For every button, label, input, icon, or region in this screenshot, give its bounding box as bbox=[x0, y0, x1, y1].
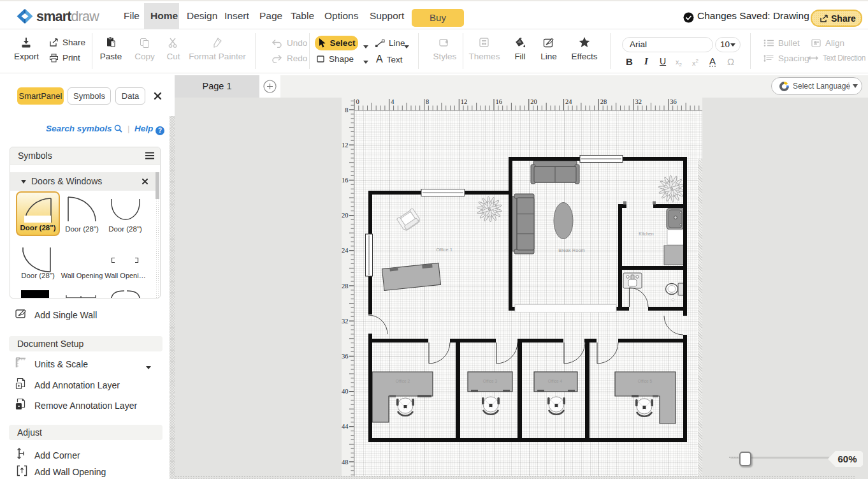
svg-text:32: 32 bbox=[342, 318, 349, 325]
svg-text:4: 4 bbox=[391, 98, 394, 105]
svg-text:0: 0 bbox=[356, 98, 359, 105]
svg-text:12: 12 bbox=[342, 142, 349, 149]
svg-text:36: 36 bbox=[670, 98, 677, 105]
svg-text:20: 20 bbox=[342, 212, 349, 219]
svg-text:Office 5: Office 5 bbox=[638, 379, 653, 383]
svg-text:Kitchen: Kitchen bbox=[639, 232, 653, 236]
svg-text:12: 12 bbox=[461, 98, 468, 105]
svg-text:32: 32 bbox=[635, 98, 642, 105]
svg-text:24: 24 bbox=[565, 98, 572, 105]
svg-text:Office 1: Office 1 bbox=[436, 247, 452, 253]
svg-text:Office 3: Office 3 bbox=[483, 379, 498, 383]
svg-text:16: 16 bbox=[496, 98, 503, 105]
svg-text:24: 24 bbox=[342, 247, 349, 254]
svg-text:36: 36 bbox=[342, 353, 349, 360]
svg-text:40: 40 bbox=[342, 388, 349, 395]
svg-text:8: 8 bbox=[345, 107, 348, 114]
svg-text:28: 28 bbox=[342, 283, 349, 290]
svg-text:8: 8 bbox=[426, 98, 429, 105]
svg-text:Break Room: Break Room bbox=[558, 247, 585, 253]
svg-text:44: 44 bbox=[342, 423, 349, 430]
svg-text:Office 2: Office 2 bbox=[396, 379, 410, 383]
svg-text:Office 4: Office 4 bbox=[548, 379, 563, 383]
svg-text:16: 16 bbox=[342, 177, 349, 184]
svg-text:28: 28 bbox=[600, 98, 607, 105]
svg-text:20: 20 bbox=[530, 98, 537, 105]
svg-text:48: 48 bbox=[342, 459, 349, 466]
